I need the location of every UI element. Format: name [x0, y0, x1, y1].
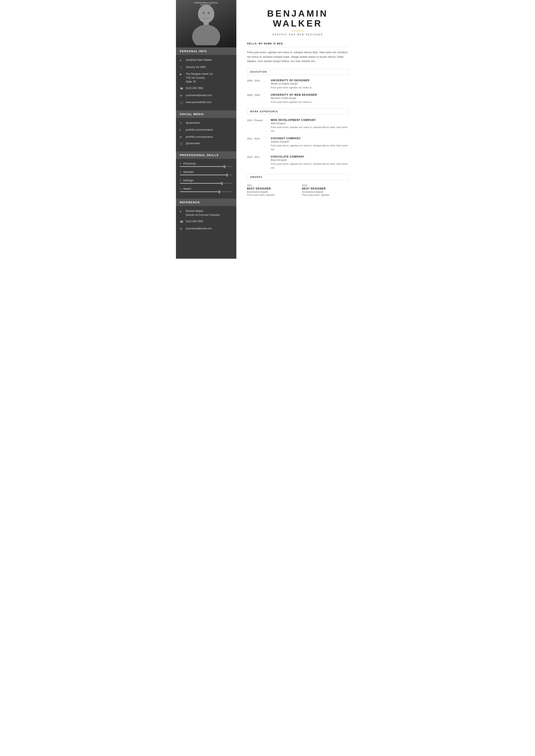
work-date-0: 2014 - Present	[247, 119, 271, 133]
facebook-icon: f	[180, 128, 184, 132]
phone-ref-icon: ☎	[180, 219, 184, 224]
social-facebook[interactable]: f portfolio.com/username	[180, 128, 233, 132]
work-body-0: WEB DEVELOPMENT COMPANY Web-Designer Pro…	[271, 119, 349, 133]
skill-plus-icon: +	[180, 162, 182, 165]
work-date-2: 2010 - 2011	[247, 155, 271, 170]
skill-illustrator: + Illustrator	[180, 170, 233, 175]
email-icon: ✉	[180, 93, 184, 98]
education-section: EDUCATION 2009 - 2010 UNIVERSITY OF DESI…	[247, 69, 349, 104]
resume-name: BENJAMIN WALKER	[247, 9, 349, 28]
social-media-header: SOCIAL MEDIA	[176, 110, 236, 118]
skill-bar-indesign	[180, 183, 233, 184]
social-instagram[interactable]: ⓘ @username	[180, 141, 233, 146]
skill-bar-sketch	[180, 191, 233, 192]
personal-address-item: ■ The Designer street 1st TXS UK.Country…	[180, 72, 233, 84]
skill-plus-icon: +	[180, 187, 182, 191]
reference-email-item: ✉ yourname@email.com	[180, 227, 233, 231]
personal-dob-item: ☉ January 1st 1993	[180, 65, 233, 69]
work-experience-header: WORK EXPERIENCE	[247, 108, 349, 115]
skill-photoshop: + Photoshop	[180, 162, 233, 167]
svg-point-2	[192, 25, 220, 45]
hello-heading: HELLO. MY NAME IS BEN.	[247, 42, 349, 45]
edu-body-1: UNIVERSITY OF WEB DESIGNER Bachelor of W…	[271, 93, 349, 104]
reference-header: REFERENCE	[176, 199, 236, 206]
skill-sketch: + Sketch	[180, 187, 233, 192]
linkedin-icon: in	[180, 135, 184, 139]
person-icon: ●	[180, 58, 184, 63]
social-media-section: 𝕏 @username f portfolio.com/username in …	[176, 118, 236, 151]
sidebar: FREEDOWNLOADPSD PRESENT PERSONAL INFO	[176, 0, 236, 259]
personal-info-header: PERSONAL INFO	[176, 47, 236, 55]
skill-indesign: + InDesign	[180, 179, 233, 184]
edu-date-0: 2009 - 2010	[247, 79, 271, 90]
skill-plus-icon: +	[180, 179, 182, 182]
edu-entry-0: 2009 - 2010 UNIVERSITY OF DESIGNER Maste…	[247, 79, 349, 90]
awards-grid: 2011 BEST DESIGNER Ecommerce Awards Proi…	[247, 184, 349, 196]
person-silhouette	[189, 2, 223, 45]
svg-point-4	[208, 12, 210, 14]
main-content: BENJAMIN WALKER GRAPHIC AND WEB DESIGNER…	[236, 0, 359, 259]
personal-phone-item: ☎ 0123 456 7890	[180, 86, 233, 91]
personal-name-item: ● Jonathan Dave Walker	[180, 58, 233, 63]
skills-header: PROFESSIONAL SKILLS	[176, 151, 236, 159]
work-date-1: 2011 - 2014	[247, 137, 271, 151]
education-header: EDUCATION	[247, 69, 349, 75]
instagram-icon: ⓘ	[180, 141, 184, 146]
phone-icon: ☎	[180, 86, 184, 91]
calendar-icon: ☉	[180, 65, 184, 69]
awards-header: AWARDS	[247, 174, 349, 180]
award-col-0: 2011 BEST DESIGNER Ecommerce Awards Proi…	[247, 184, 294, 196]
svg-point-3	[203, 12, 205, 14]
reference-phone-item: ☎ 0123 456 7890	[180, 219, 233, 224]
svg-point-0	[198, 5, 214, 23]
work-entry-0: 2014 - Present WEB DEVELOPMENT COMPANY W…	[247, 119, 349, 133]
email-ref-icon: ✉	[180, 227, 184, 231]
person-ref-icon: ●	[180, 209, 184, 214]
reference-name-item: ● Richard Walker Director at Coconut Com…	[180, 209, 233, 217]
twitter-icon: 𝕏	[180, 121, 184, 125]
skills-section: + Photoshop + Illustrator + InDesign	[176, 159, 236, 199]
hello-section: HELLO. MY NAME IS BEN. Proin justo lorem…	[247, 42, 349, 63]
work-entry-2: 2010 - 2011 CHOCOLATE COMPANY Brand Drsi…	[247, 155, 349, 170]
photo-area: FREEDOWNLOADPSD PRESENT	[176, 0, 236, 47]
edu-entry-1: 2008 - 2009 UNIVERSITY OF WEB DESIGNER B…	[247, 93, 349, 104]
skill-plus-icon: +	[180, 170, 182, 174]
skill-bar-illustrator	[180, 175, 233, 175]
work-entry-1: 2011 - 2014 COCONUT COMPANY Graphic Desi…	[247, 137, 349, 151]
skill-bar-photoshop	[180, 166, 233, 167]
social-twitter[interactable]: 𝕏 @username	[180, 121, 233, 125]
edu-body-0: UNIVERSITY OF DESIGNER Master of Graphic…	[271, 79, 349, 90]
personal-website-item: ◯ www.yourwebsite.com	[180, 100, 233, 105]
awards-section: AWARDS 2011 BEST DESIGNER Ecommerce Awar…	[247, 174, 349, 196]
work-body-1: COCONUT COMPANY Graphic Designer Proin j…	[271, 137, 349, 151]
name-divider	[291, 31, 304, 31]
work-experience-section: WORK EXPERIENCE 2014 - Present WEB DEVEL…	[247, 108, 349, 170]
personal-info-section: ● Jonathan Dave Walker ☉ January 1st 199…	[176, 55, 236, 110]
work-body-2: CHOCOLATE COMPANY Brand Drsigner Proin j…	[271, 155, 349, 170]
globe-icon: ◯	[180, 100, 184, 105]
photo-placeholder	[176, 0, 236, 47]
hello-text: Proin justo lorem, egestas nec metus in,…	[247, 50, 349, 63]
award-col-1: 2014 BEST DESIGNER Ecommerce Awards Proi…	[302, 184, 349, 196]
social-linkedin[interactable]: in portfolio.com/username	[180, 135, 233, 139]
location-icon: ■	[180, 72, 184, 76]
resume-title: GRAPHIC AND WEB DESIGNER	[247, 33, 349, 36]
personal-email-item: ✉ yourname@email.com	[180, 93, 233, 98]
edu-date-1: 2008 - 2009	[247, 93, 271, 104]
reference-section: ● Richard Walker Director at Coconut Com…	[176, 206, 236, 236]
